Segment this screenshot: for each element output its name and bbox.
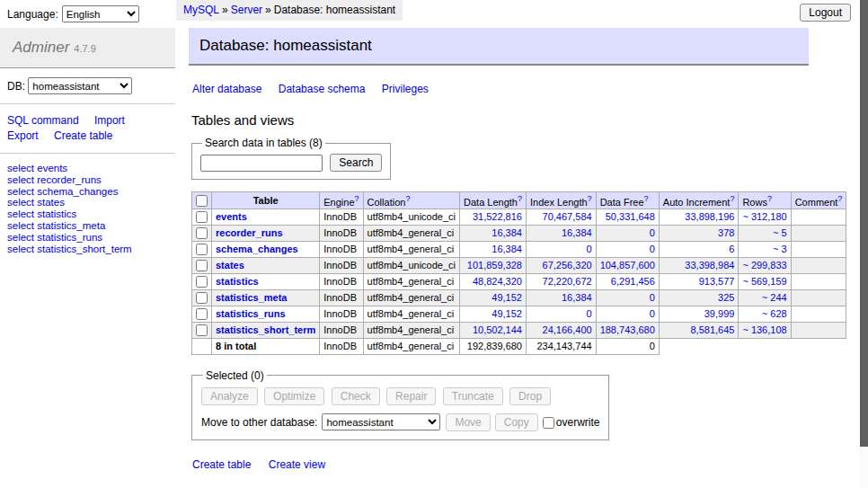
index-length-link[interactable]: 0 — [530, 244, 592, 254]
alter-database-link[interactable]: Alter database — [192, 83, 261, 95]
create-view-link[interactable]: Create view — [269, 458, 325, 471]
repair-button[interactable]: Repair — [386, 387, 436, 405]
breadcrumb-mysql-link[interactable]: MySQL — [183, 4, 219, 16]
sidebar-item-select-statistics-runs[interactable]: select statistics_runs — [7, 232, 168, 244]
auto-increment-link[interactable]: 325 — [663, 292, 735, 303]
row-checkbox[interactable] — [196, 260, 208, 271]
row-checkbox[interactable] — [196, 308, 208, 320]
drop-button[interactable]: Drop — [509, 387, 551, 405]
data-length-link[interactable]: 31,522,816 — [464, 211, 522, 222]
app-name[interactable]: Adminer — [13, 39, 69, 56]
data-length-link[interactable]: 101,859,328 — [464, 260, 522, 271]
data-free-link[interactable]: 188,743,680 — [600, 324, 655, 335]
logout-button[interactable]: Logout — [800, 4, 851, 22]
index-length-link[interactable]: 67,256,320 — [530, 260, 592, 271]
check-button[interactable]: Check — [332, 387, 380, 405]
auto-increment-link[interactable]: 33,898,196 — [663, 211, 735, 222]
rows-count-link[interactable]: ~ 136,108 — [742, 324, 786, 335]
data-length-link[interactable]: 16,384 — [464, 227, 522, 238]
table-name-link[interactable]: recorder_runs — [216, 227, 283, 238]
help-icon[interactable]: ? — [730, 194, 734, 203]
row-checkbox[interactable] — [196, 211, 208, 223]
truncate-button[interactable]: Truncate — [443, 387, 503, 405]
create-table-link[interactable]: Create table — [192, 458, 251, 471]
row-checkbox[interactable] — [196, 244, 208, 255]
help-icon[interactable]: ? — [518, 194, 522, 203]
rows-count-link[interactable]: ~ 244 — [742, 292, 786, 303]
breadcrumb-server-link[interactable]: Server — [231, 4, 262, 16]
index-length-link[interactable]: 70,467,584 — [530, 211, 592, 222]
data-free-link[interactable]: 0 — [600, 244, 655, 254]
import-link[interactable]: Import — [94, 113, 125, 129]
index-length-link[interactable]: 16,384 — [530, 292, 592, 303]
auto-increment-link[interactable]: 39,999 — [663, 308, 735, 319]
scrollbar-thumb[interactable] — [860, 0, 868, 447]
data-length-link[interactable]: 49,152 — [464, 308, 522, 319]
search-input[interactable] — [200, 155, 323, 172]
sidebar-item-select-recorder-runs[interactable]: select recorder_runs — [7, 174, 168, 186]
table-name-link[interactable]: schema_changes — [216, 244, 298, 254]
sidebar-item-select-statistics[interactable]: select statistics — [7, 209, 168, 220]
auto-increment-link[interactable]: 913,577 — [663, 276, 735, 287]
sidebar-item-select-statistics-short-term[interactable]: select statistics_short_term — [7, 244, 168, 255]
index-length-link[interactable]: 24,166,400 — [530, 324, 592, 335]
search-button[interactable]: Search — [330, 154, 382, 172]
rows-count-link[interactable]: ~ 312,180 — [742, 211, 786, 222]
sidebar-item-select-events[interactable]: select events — [7, 163, 168, 174]
row-checkbox[interactable] — [196, 276, 208, 288]
help-icon[interactable]: ? — [405, 194, 410, 203]
data-length-link[interactable]: 48,824,320 — [464, 276, 522, 287]
index-length-link[interactable]: 0 — [530, 308, 592, 319]
select-all-checkbox[interactable] — [196, 195, 208, 207]
data-free-link[interactable]: 50,331,648 — [600, 211, 655, 222]
auto-increment-link[interactable]: 8,581,645 — [663, 324, 735, 335]
language-select[interactable]: English — [62, 5, 139, 22]
create-table-link-sidebar[interactable]: Create table — [54, 129, 112, 144]
optimize-button[interactable]: Optimize — [264, 387, 324, 405]
help-icon[interactable]: ? — [588, 194, 592, 203]
sql-command-link[interactable]: SQL command — [7, 113, 79, 129]
data-length-link[interactable]: 49,152 — [464, 292, 522, 303]
help-icon[interactable]: ? — [767, 194, 772, 203]
table-name-link[interactable]: states — [216, 260, 244, 271]
export-link[interactable]: Export — [7, 129, 39, 144]
data-length-link[interactable]: 16,384 — [464, 244, 522, 254]
sidebar-item-select-statistics-meta[interactable]: select statistics_meta — [7, 220, 168, 232]
auto-increment-link[interactable]: 378 — [663, 227, 735, 238]
help-icon[interactable]: ? — [837, 194, 842, 203]
sidebar-item-select-states[interactable]: select states — [7, 197, 168, 209]
row-checkbox[interactable] — [196, 227, 208, 239]
analyze-button[interactable]: Analyze — [201, 387, 258, 405]
table-name-link[interactable]: events — [216, 211, 247, 222]
data-free-link[interactable]: 104,857,600 — [600, 260, 655, 271]
index-length-link[interactable]: 16,384 — [530, 227, 592, 238]
data-free-link[interactable]: 0 — [600, 292, 655, 303]
table-name-link[interactable]: statistics — [216, 276, 259, 287]
table-name-link[interactable]: statistics_meta — [216, 292, 288, 303]
copy-button[interactable]: Copy — [495, 413, 538, 431]
data-length-link[interactable]: 10,502,144 — [464, 324, 522, 335]
auto-increment-link[interactable]: 33,398,984 — [663, 260, 735, 271]
rows-count-link[interactable]: ~ 628 — [742, 308, 786, 319]
table-name-link[interactable]: statistics_short_term — [216, 324, 315, 335]
index-length-link[interactable]: 72,220,672 — [530, 276, 592, 287]
row-checkbox[interactable] — [196, 292, 208, 304]
data-free-link[interactable]: 0 — [600, 308, 655, 319]
overwrite-checkbox[interactable] — [543, 417, 554, 429]
move-database-select[interactable]: homeassistant — [322, 413, 440, 430]
database-schema-link[interactable]: Database schema — [279, 83, 366, 95]
move-button[interactable]: Move — [446, 413, 490, 431]
row-checkbox[interactable] — [196, 324, 208, 336]
privileges-link[interactable]: Privileges — [382, 83, 429, 95]
sidebar-item-select-schema-changes[interactable]: select schema_changes — [7, 186, 168, 198]
scrollbar-track[interactable] — [860, 0, 868, 488]
rows-count-link[interactable]: ~ 569,159 — [742, 276, 786, 287]
data-free-link[interactable]: 0 — [600, 227, 655, 238]
rows-count-link[interactable]: ~ 3 — [742, 244, 786, 254]
table-name-link[interactable]: statistics_runs — [216, 308, 286, 319]
rows-count-link[interactable]: ~ 299,833 — [742, 260, 786, 271]
rows-count-link[interactable]: ~ 5 — [742, 227, 786, 238]
db-select[interactable]: homeassistant — [28, 77, 132, 94]
auto-increment-link[interactable]: 6 — [663, 244, 735, 254]
data-free-link[interactable]: 6,291,456 — [600, 276, 655, 287]
